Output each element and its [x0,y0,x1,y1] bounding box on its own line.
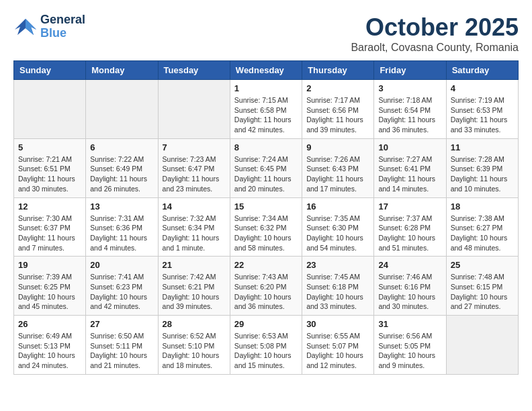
calendar-cell: 29Sunrise: 6:53 AM Sunset: 5:08 PM Dayli… [230,316,302,375]
weekday-header-sunday: Sunday [14,61,86,80]
calendar-cell: 25Sunrise: 7:48 AM Sunset: 6:15 PM Dayli… [446,257,518,316]
day-info: Sunrise: 7:30 AM Sunset: 6:37 PM Dayligh… [18,214,81,253]
day-info: Sunrise: 7:19 AM Sunset: 6:53 PM Dayligh… [451,95,514,135]
day-number: 11 [451,142,514,152]
day-info: Sunrise: 7:34 AM Sunset: 6:32 PM Dayligh… [234,214,298,253]
calendar-cell: 9Sunrise: 7:26 AM Sunset: 6:43 PM Daylig… [302,138,374,197]
day-number: 12 [18,201,81,212]
day-number: 25 [451,260,514,270]
day-number: 13 [90,201,153,212]
day-info: Sunrise: 7:45 AM Sunset: 6:18 PM Dayligh… [306,272,369,312]
day-number: 18 [451,201,514,212]
day-number: 22 [234,260,298,270]
calendar-cell: 28Sunrise: 6:52 AM Sunset: 5:10 PM Dayli… [158,316,230,375]
day-info: Sunrise: 7:26 AM Sunset: 6:43 PM Dayligh… [306,154,369,194]
calendar-cell: 13Sunrise: 7:31 AM Sunset: 6:36 PM Dayli… [86,197,158,257]
day-number: 6 [90,142,153,152]
svg-marker-1 [26,19,36,35]
day-info: Sunrise: 6:50 AM Sunset: 5:11 PM Dayligh… [90,331,153,371]
day-number: 29 [234,319,298,329]
day-number: 3 [378,83,441,93]
calendar-table: SundayMondayTuesdayWednesdayThursdayFrid… [13,60,519,375]
logo-text-general: General [40,13,85,27]
day-info: Sunrise: 7:24 AM Sunset: 6:45 PM Dayligh… [234,154,298,194]
calendar-cell: 23Sunrise: 7:45 AM Sunset: 6:18 PM Dayli… [302,257,374,316]
day-info: Sunrise: 7:35 AM Sunset: 6:30 PM Dayligh… [306,214,369,253]
day-number: 5 [18,142,81,152]
day-info: Sunrise: 6:52 AM Sunset: 5:10 PM Dayligh… [163,331,226,371]
calendar-week-5: 26Sunrise: 6:49 AM Sunset: 5:13 PM Dayli… [14,316,519,375]
day-info: Sunrise: 7:27 AM Sunset: 6:41 PM Dayligh… [378,154,441,194]
day-info: Sunrise: 7:42 AM Sunset: 6:21 PM Dayligh… [163,272,226,312]
weekday-header-saturday: Saturday [446,61,518,80]
day-info: Sunrise: 7:38 AM Sunset: 6:27 PM Dayligh… [451,214,514,253]
calendar-cell: 11Sunrise: 7:28 AM Sunset: 6:39 PM Dayli… [446,138,518,197]
calendar-cell: 15Sunrise: 7:34 AM Sunset: 6:32 PM Dayli… [230,197,302,257]
calendar-week-3: 12Sunrise: 7:30 AM Sunset: 6:37 PM Dayli… [14,197,519,257]
day-info: Sunrise: 7:28 AM Sunset: 6:39 PM Dayligh… [451,154,514,194]
weekday-header-monday: Monday [86,61,158,80]
weekday-header-row: SundayMondayTuesdayWednesdayThursdayFrid… [14,61,519,80]
weekday-header-thursday: Thursday [302,61,374,80]
day-info: Sunrise: 6:53 AM Sunset: 5:08 PM Dayligh… [234,331,298,371]
day-info: Sunrise: 7:23 AM Sunset: 6:47 PM Dayligh… [163,154,226,194]
day-number: 9 [306,142,369,152]
logo: General Blue [13,13,85,40]
day-number: 7 [163,142,226,152]
day-number: 28 [163,319,226,329]
calendar-week-2: 5Sunrise: 7:21 AM Sunset: 6:51 PM Daylig… [14,138,519,197]
day-number: 17 [378,201,441,212]
day-number: 26 [18,319,81,329]
day-info: Sunrise: 7:43 AM Sunset: 6:20 PM Dayligh… [234,272,298,312]
calendar-cell: 7Sunrise: 7:23 AM Sunset: 6:47 PM Daylig… [158,138,230,197]
day-info: Sunrise: 7:31 AM Sunset: 6:36 PM Dayligh… [90,214,153,253]
calendar-cell: 17Sunrise: 7:37 AM Sunset: 6:28 PM Dayli… [374,197,446,257]
calendar-cell: 30Sunrise: 6:55 AM Sunset: 5:07 PM Dayli… [302,316,374,375]
calendar-cell: 1Sunrise: 7:15 AM Sunset: 6:58 PM Daylig… [230,80,302,139]
day-info: Sunrise: 7:15 AM Sunset: 6:58 PM Dayligh… [234,95,298,135]
calendar-week-4: 19Sunrise: 7:39 AM Sunset: 6:25 PM Dayli… [14,257,519,316]
calendar-cell: 14Sunrise: 7:32 AM Sunset: 6:34 PM Dayli… [158,197,230,257]
calendar-cell: 16Sunrise: 7:35 AM Sunset: 6:30 PM Dayli… [302,197,374,257]
day-info: Sunrise: 7:21 AM Sunset: 6:51 PM Dayligh… [18,154,81,194]
calendar-cell: 31Sunrise: 6:56 AM Sunset: 5:05 PM Dayli… [374,316,446,375]
day-number: 20 [90,260,153,270]
day-info: Sunrise: 6:49 AM Sunset: 5:13 PM Dayligh… [18,331,81,371]
day-number: 30 [306,319,369,329]
day-info: Sunrise: 7:41 AM Sunset: 6:23 PM Dayligh… [90,272,153,312]
day-info: Sunrise: 7:48 AM Sunset: 6:15 PM Dayligh… [451,272,514,312]
calendar-cell: 10Sunrise: 7:27 AM Sunset: 6:41 PM Dayli… [374,138,446,197]
calendar-cell: 5Sunrise: 7:21 AM Sunset: 6:51 PM Daylig… [14,138,86,197]
day-info: Sunrise: 7:39 AM Sunset: 6:25 PM Dayligh… [18,272,81,312]
day-number: 31 [378,319,441,329]
day-info: Sunrise: 7:18 AM Sunset: 6:54 PM Dayligh… [378,95,441,135]
day-number: 10 [378,142,441,152]
title-block: October 2025 Baraolt, Covasna County, Ro… [351,13,519,54]
calendar-cell [86,80,158,139]
day-number: 4 [451,83,514,93]
day-info: Sunrise: 7:32 AM Sunset: 6:34 PM Dayligh… [163,214,226,253]
calendar-cell: 18Sunrise: 7:38 AM Sunset: 6:27 PM Dayli… [446,197,518,257]
day-number: 24 [378,260,441,270]
location-subtitle: Baraolt, Covasna County, Romania [351,42,519,54]
day-info: Sunrise: 7:37 AM Sunset: 6:28 PM Dayligh… [378,214,441,253]
day-number: 16 [306,201,369,212]
month-title: October 2025 [351,13,519,42]
day-number: 2 [306,83,369,93]
weekday-header-tuesday: Tuesday [158,61,230,80]
day-number: 15 [234,201,298,212]
day-info: Sunrise: 7:46 AM Sunset: 6:16 PM Dayligh… [378,272,441,312]
day-info: Sunrise: 6:55 AM Sunset: 5:07 PM Dayligh… [306,331,369,371]
calendar-cell: 6Sunrise: 7:22 AM Sunset: 6:49 PM Daylig… [86,138,158,197]
page-header: General Blue October 2025 Baraolt, Covas… [13,13,519,54]
calendar-cell: 26Sunrise: 6:49 AM Sunset: 5:13 PM Dayli… [14,316,86,375]
day-number: 8 [234,142,298,152]
day-info: Sunrise: 6:56 AM Sunset: 5:05 PM Dayligh… [378,331,441,371]
weekday-header-wednesday: Wednesday [230,61,302,80]
calendar-week-1: 1Sunrise: 7:15 AM Sunset: 6:58 PM Daylig… [14,80,519,139]
logo-text-blue: Blue [40,27,85,40]
day-number: 27 [90,319,153,329]
calendar-cell: 24Sunrise: 7:46 AM Sunset: 6:16 PM Dayli… [374,257,446,316]
calendar-cell: 20Sunrise: 7:41 AM Sunset: 6:23 PM Dayli… [86,257,158,316]
calendar-cell [14,80,86,139]
